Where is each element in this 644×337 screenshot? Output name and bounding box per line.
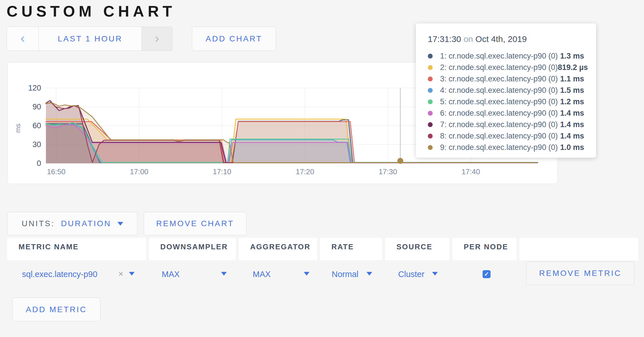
time-next-button[interactable]: ›	[142, 27, 172, 51]
metric-name-value[interactable]: sql.exec.latency-p90	[22, 270, 97, 279]
series-label: 4: cr.node.sql.exec.latency-p90 (0)	[440, 86, 560, 95]
tooltip-series-row: 4: cr.node.sql.exec.latency-p90 (0)1.5 m…	[428, 85, 584, 96]
custom-chart-page: CUSTOM CHART ‹ LAST 1 HOUR › ADD CHART 0…	[0, 0, 644, 337]
series-color-dot-icon	[428, 54, 433, 59]
x-tick-label: 16:50	[47, 167, 66, 176]
units-dropdown[interactable]: UNITS: DURATION	[7, 212, 137, 235]
rate-caret-icon[interactable]	[366, 272, 372, 276]
series-label: 5: cr.node.sql.exec.latency-p90 (0)	[440, 97, 560, 106]
time-range-selector: ‹ LAST 1 HOUR ›	[7, 27, 173, 51]
tooltip-series-row: 5: cr.node.sql.exec.latency-p90 (0)1.2 m…	[428, 96, 584, 107]
tooltip-date: Oct 4th, 2019	[475, 34, 527, 44]
source-value[interactable]: Cluster	[398, 270, 424, 279]
series-value: 1.0 ms	[560, 143, 584, 152]
aggregator-value[interactable]: MAX	[253, 270, 271, 279]
series-color-dot-icon	[428, 88, 433, 93]
downsampler-caret-icon[interactable]	[221, 272, 227, 276]
series-color-dot-icon	[428, 99, 433, 104]
tooltip-series-row: 9: cr.node.sql.exec.latency-p90 (0)1.0 m…	[428, 142, 584, 153]
series-color-dot-icon	[428, 65, 433, 70]
page-title: CUSTOM CHART	[7, 2, 176, 20]
series-color-dot-icon	[428, 134, 433, 139]
tooltip-series-list: 1: cr.node.sql.exec.latency-p90 (0)1.3 m…	[428, 50, 584, 153]
column-header-rate: RATE	[320, 238, 382, 260]
series-value: 1.4 ms	[560, 109, 584, 118]
x-tick-label: 17:20	[296, 167, 314, 176]
tooltip-series-row: 2: cr.node.sql.exec.latency-p90 (0)819.2…	[428, 62, 584, 73]
remove-chart-button[interactable]: REMOVE CHART	[144, 212, 246, 235]
series-value: 1.4 ms	[560, 120, 584, 129]
metric-dropdown-caret-icon[interactable]	[129, 272, 135, 276]
time-prev-button[interactable]: ‹	[7, 27, 39, 51]
y-tick-label: 60	[33, 121, 41, 130]
units-value: DURATION	[61, 219, 111, 228]
units-label: UNITS:	[22, 219, 55, 228]
series-color-dot-icon	[428, 122, 433, 127]
clear-metric-icon[interactable]: ×	[118, 269, 123, 279]
y-tick-label: 120	[28, 84, 41, 92]
series-label: 2: cr.node.sql.exec.latency-p90 (0)	[440, 63, 558, 72]
tooltip-time: 17:31:30	[428, 34, 461, 44]
x-tick-label: 17:30	[378, 167, 397, 176]
add-chart-button[interactable]: ADD CHART	[192, 27, 276, 51]
rate-value[interactable]: Normal	[332, 270, 358, 279]
x-tick-label: 17:40	[461, 167, 480, 176]
column-header-source: SOURCE	[385, 238, 449, 260]
series-value: 819.2 µs	[558, 63, 588, 72]
tooltip-conjunction: on	[463, 34, 473, 44]
chevron-right-icon: ›	[155, 31, 159, 45]
y-tick-label: 30	[33, 140, 41, 149]
series-value: 1.3 ms	[560, 52, 584, 61]
tooltip-timestamp: 17:31:30 on Oct 4th, 2019	[428, 34, 584, 44]
series-label: 1: cr.node.sql.exec.latency-p90 (0)	[440, 52, 560, 61]
downsampler-value[interactable]: MAX	[162, 270, 180, 279]
series-label: 7: cr.node.sql.exec.latency-p90 (0)	[440, 120, 560, 129]
remove-metric-button[interactable]: REMOVE METRIC	[526, 262, 634, 285]
chart-tooltip: 17:31:30 on Oct 4th, 2019 1: cr.node.sql…	[416, 23, 596, 158]
hover-point	[397, 158, 403, 164]
tooltip-series-row: 3: cr.node.sql.exec.latency-p90 (0)1.1 m…	[428, 73, 584, 85]
column-header-metric-name: METRIC NAME	[7, 238, 146, 260]
series-value: 1.5 ms	[560, 86, 584, 95]
tooltip-series-row: 1: cr.node.sql.exec.latency-p90 (0)1.3 m…	[428, 50, 584, 62]
series-color-dot-icon	[428, 111, 433, 116]
y-axis-unit-label: ms	[14, 124, 22, 133]
chevron-left-icon: ‹	[21, 31, 25, 45]
column-header-aggregator: AGGREGATOR	[239, 238, 317, 260]
tooltip-series-row: 7: cr.node.sql.exec.latency-p90 (0)1.4 m…	[428, 119, 584, 130]
series-label: 6: cr.node.sql.exec.latency-p90 (0)	[440, 109, 560, 118]
y-tick-label: 0	[37, 159, 41, 168]
per-node-checkbox[interactable]: ✓	[483, 270, 491, 278]
source-caret-icon[interactable]	[432, 272, 438, 276]
column-header-per-node: PER NODE	[452, 238, 517, 260]
series-color-dot-icon	[428, 145, 433, 150]
series-value: 1.2 ms	[560, 97, 584, 106]
time-range-value[interactable]: LAST 1 HOUR	[39, 27, 142, 51]
x-tick-label: 17:00	[130, 167, 148, 176]
series-label: 8: cr.node.sql.exec.latency-p90 (0)	[440, 132, 560, 141]
column-header-actions	[519, 238, 638, 260]
series-value: 1.1 ms	[560, 75, 584, 83]
chevron-down-icon	[118, 222, 123, 226]
series-label: 9: cr.node.sql.exec.latency-p90 (0)	[440, 143, 560, 152]
series-value: 1.4 ms	[560, 132, 584, 141]
add-metric-button[interactable]: ADD METRIC	[12, 298, 100, 321]
y-tick-label: 90	[33, 103, 41, 111]
column-header-downsampler: DOWNSAMPLER	[149, 238, 236, 260]
tooltip-series-row: 6: cr.node.sql.exec.latency-p90 (0)1.4 m…	[428, 107, 584, 119]
series-color-dot-icon	[428, 77, 433, 81]
series-label: 3: cr.node.sql.exec.latency-p90 (0)	[440, 75, 560, 83]
tooltip-series-row: 8: cr.node.sql.exec.latency-p90 (0)1.4 m…	[428, 130, 584, 142]
aggregator-caret-icon[interactable]	[304, 272, 309, 276]
x-tick-label: 17:10	[213, 167, 231, 176]
